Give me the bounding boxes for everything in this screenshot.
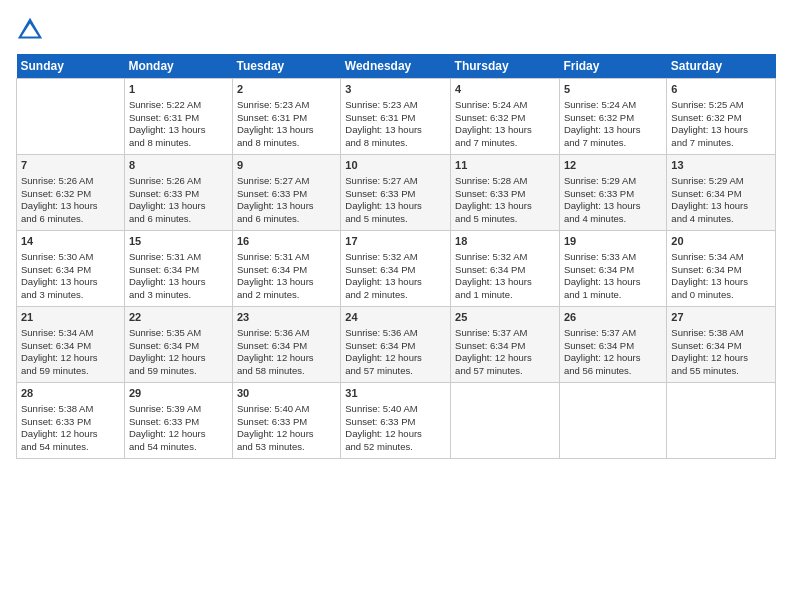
day-number: 8 — [129, 158, 228, 173]
day-info-line: Sunrise: 5:31 AM — [237, 251, 336, 264]
day-info-line: and 5 minutes. — [345, 213, 446, 226]
day-info-line: Daylight: 13 hours — [671, 276, 771, 289]
day-info-line: and 6 minutes. — [21, 213, 120, 226]
cal-cell: 14Sunrise: 5:30 AMSunset: 6:34 PMDayligh… — [17, 231, 125, 307]
day-number: 27 — [671, 310, 771, 325]
day-info-line: and 7 minutes. — [671, 137, 771, 150]
day-info-line: and 59 minutes. — [21, 365, 120, 378]
day-number: 18 — [455, 234, 555, 249]
day-number: 23 — [237, 310, 336, 325]
logo — [16, 16, 48, 44]
day-info-line: Sunrise: 5:38 AM — [671, 327, 771, 340]
col-header-monday: Monday — [124, 54, 232, 79]
day-number: 4 — [455, 82, 555, 97]
day-info-line: Daylight: 12 hours — [129, 352, 228, 365]
day-number: 26 — [564, 310, 662, 325]
day-info-line: Sunrise: 5:30 AM — [21, 251, 120, 264]
week-row-3: 14Sunrise: 5:30 AMSunset: 6:34 PMDayligh… — [17, 231, 776, 307]
day-info-line: Sunrise: 5:22 AM — [129, 99, 228, 112]
day-info-line: and 3 minutes. — [21, 289, 120, 302]
day-info-line: and 1 minute. — [564, 289, 662, 302]
day-number: 14 — [21, 234, 120, 249]
day-info-line: and 57 minutes. — [345, 365, 446, 378]
day-info-line: and 6 minutes. — [237, 213, 336, 226]
day-info-line: and 8 minutes. — [237, 137, 336, 150]
cal-cell: 29Sunrise: 5:39 AMSunset: 6:33 PMDayligh… — [124, 383, 232, 459]
day-info-line: Sunrise: 5:25 AM — [671, 99, 771, 112]
day-info-line: and 53 minutes. — [237, 441, 336, 454]
day-info-line: Sunrise: 5:24 AM — [564, 99, 662, 112]
cal-cell: 13Sunrise: 5:29 AMSunset: 6:34 PMDayligh… — [667, 155, 776, 231]
day-number: 15 — [129, 234, 228, 249]
day-info-line: Daylight: 12 hours — [345, 428, 446, 441]
day-number: 11 — [455, 158, 555, 173]
cal-cell: 4Sunrise: 5:24 AMSunset: 6:32 PMDaylight… — [451, 79, 560, 155]
cal-cell: 22Sunrise: 5:35 AMSunset: 6:34 PMDayligh… — [124, 307, 232, 383]
day-info-line: Sunrise: 5:31 AM — [129, 251, 228, 264]
day-info-line: Daylight: 13 hours — [237, 276, 336, 289]
day-info-line: and 59 minutes. — [129, 365, 228, 378]
cal-cell: 25Sunrise: 5:37 AMSunset: 6:34 PMDayligh… — [451, 307, 560, 383]
day-info-line: Daylight: 13 hours — [237, 200, 336, 213]
day-number: 20 — [671, 234, 771, 249]
day-number: 6 — [671, 82, 771, 97]
cal-cell: 28Sunrise: 5:38 AMSunset: 6:33 PMDayligh… — [17, 383, 125, 459]
cal-cell: 7Sunrise: 5:26 AMSunset: 6:32 PMDaylight… — [17, 155, 125, 231]
day-info-line: Sunrise: 5:26 AM — [129, 175, 228, 188]
day-info-line: Sunset: 6:33 PM — [129, 188, 228, 201]
day-info-line: Sunset: 6:31 PM — [345, 112, 446, 125]
cal-cell: 16Sunrise: 5:31 AMSunset: 6:34 PMDayligh… — [233, 231, 341, 307]
day-info-line: Daylight: 13 hours — [129, 124, 228, 137]
day-number: 29 — [129, 386, 228, 401]
day-info-line: and 52 minutes. — [345, 441, 446, 454]
day-info-line: Sunrise: 5:32 AM — [345, 251, 446, 264]
day-info-line: and 55 minutes. — [671, 365, 771, 378]
week-row-1: 1Sunrise: 5:22 AMSunset: 6:31 PMDaylight… — [17, 79, 776, 155]
header — [16, 16, 776, 44]
page: SundayMondayTuesdayWednesdayThursdayFrid… — [0, 0, 792, 612]
day-info-line: Daylight: 13 hours — [455, 124, 555, 137]
cal-cell: 3Sunrise: 5:23 AMSunset: 6:31 PMDaylight… — [341, 79, 451, 155]
day-info-line: Daylight: 12 hours — [129, 428, 228, 441]
day-info-line: Sunset: 6:31 PM — [129, 112, 228, 125]
week-row-4: 21Sunrise: 5:34 AMSunset: 6:34 PMDayligh… — [17, 307, 776, 383]
day-info-line: and 54 minutes. — [129, 441, 228, 454]
day-info-line: Sunrise: 5:29 AM — [564, 175, 662, 188]
day-info-line: and 5 minutes. — [455, 213, 555, 226]
day-info-line: Sunset: 6:34 PM — [129, 340, 228, 353]
col-header-tuesday: Tuesday — [233, 54, 341, 79]
day-info-line: Daylight: 13 hours — [129, 276, 228, 289]
cal-cell: 12Sunrise: 5:29 AMSunset: 6:33 PMDayligh… — [559, 155, 666, 231]
week-row-2: 7Sunrise: 5:26 AMSunset: 6:32 PMDaylight… — [17, 155, 776, 231]
day-info-line: and 1 minute. — [455, 289, 555, 302]
col-header-sunday: Sunday — [17, 54, 125, 79]
day-info-line: Sunset: 6:34 PM — [21, 264, 120, 277]
day-number: 7 — [21, 158, 120, 173]
day-info-line: Daylight: 13 hours — [671, 124, 771, 137]
day-info-line: Daylight: 13 hours — [345, 200, 446, 213]
day-info-line: Sunset: 6:32 PM — [455, 112, 555, 125]
cal-cell: 21Sunrise: 5:34 AMSunset: 6:34 PMDayligh… — [17, 307, 125, 383]
col-header-friday: Friday — [559, 54, 666, 79]
col-header-wednesday: Wednesday — [341, 54, 451, 79]
cal-cell: 1Sunrise: 5:22 AMSunset: 6:31 PMDaylight… — [124, 79, 232, 155]
day-info-line: Sunset: 6:34 PM — [345, 340, 446, 353]
day-info-line: Sunset: 6:31 PM — [237, 112, 336, 125]
cal-cell: 30Sunrise: 5:40 AMSunset: 6:33 PMDayligh… — [233, 383, 341, 459]
day-info-line: Sunset: 6:34 PM — [237, 264, 336, 277]
day-number: 17 — [345, 234, 446, 249]
day-info-line: Sunrise: 5:36 AM — [237, 327, 336, 340]
day-info-line: Sunset: 6:34 PM — [237, 340, 336, 353]
day-number: 30 — [237, 386, 336, 401]
day-info-line: and 2 minutes. — [237, 289, 336, 302]
day-info-line: Sunset: 6:34 PM — [671, 264, 771, 277]
day-info-line: and 4 minutes. — [564, 213, 662, 226]
day-number: 21 — [21, 310, 120, 325]
day-number: 16 — [237, 234, 336, 249]
week-row-5: 28Sunrise: 5:38 AMSunset: 6:33 PMDayligh… — [17, 383, 776, 459]
day-info-line: Sunrise: 5:32 AM — [455, 251, 555, 264]
day-info-line: and 0 minutes. — [671, 289, 771, 302]
day-info-line: Sunset: 6:33 PM — [21, 416, 120, 429]
day-info-line: Sunset: 6:33 PM — [237, 416, 336, 429]
cal-cell: 9Sunrise: 5:27 AMSunset: 6:33 PMDaylight… — [233, 155, 341, 231]
